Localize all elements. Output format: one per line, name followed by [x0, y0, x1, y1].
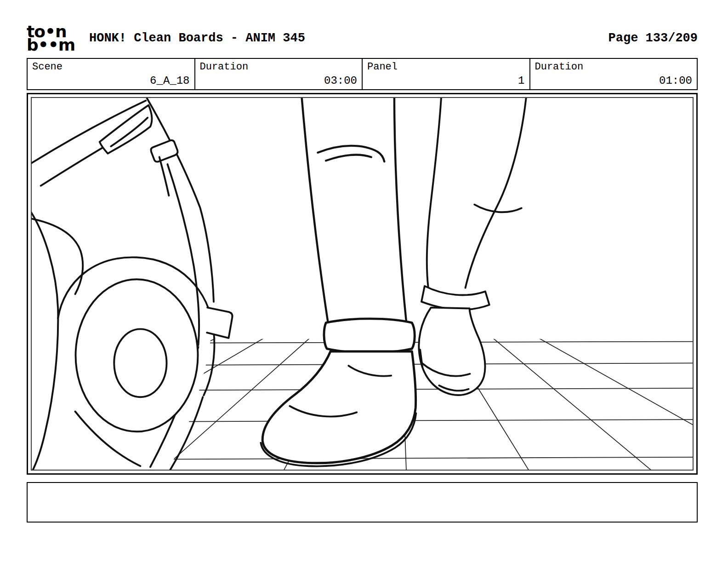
toonboom-logo: to•n b••m — [27, 25, 83, 52]
panel-info-row: Scene 6_A_18 Duration 03:00 Panel 1 Dura… — [27, 58, 698, 90]
toonboom-logo-line2: b••m — [27, 38, 83, 52]
panel-number-label: Panel — [367, 61, 525, 73]
car-mud-guard — [207, 308, 232, 338]
right-shoe — [419, 308, 485, 395]
panel-duration-value: 01:00 — [659, 75, 692, 87]
car-wheel-rim — [114, 329, 166, 397]
car — [32, 98, 233, 470]
panel-number-value: 1 — [518, 75, 524, 87]
scene-duration-value: 03:00 — [324, 75, 357, 87]
panel-number-cell: Panel 1 — [363, 59, 530, 89]
storyboard-panel-frame — [27, 93, 698, 475]
panel-duration-label: Duration — [535, 61, 693, 73]
scene-duration-label: Duration — [200, 61, 358, 73]
left-shoe — [261, 351, 416, 466]
right-leg — [419, 98, 526, 395]
storyboard-drawing — [32, 98, 693, 470]
scene-label: Scene — [32, 61, 190, 73]
project-title: HONK! Clean Boards - ANIM 345 — [89, 31, 305, 45]
page-number: Page 133/209 — [609, 31, 698, 45]
left-leg — [301, 98, 407, 324]
scene-value: 6_A_18 — [150, 75, 189, 87]
storyboard-page: to•n b••m HONK! Clean Boards - ANIM 345 … — [27, 0, 698, 523]
caption-box — [27, 482, 698, 523]
panel-duration-cell: Duration 01:00 — [530, 59, 697, 89]
scene-duration-cell: Duration 03:00 — [195, 59, 363, 89]
scene-cell: Scene 6_A_18 — [28, 59, 195, 89]
page-header: to•n b••m HONK! Clean Boards - ANIM 345 … — [27, 0, 698, 57]
storyboard-panel-inner-frame — [31, 97, 694, 471]
right-cuff — [421, 286, 489, 310]
